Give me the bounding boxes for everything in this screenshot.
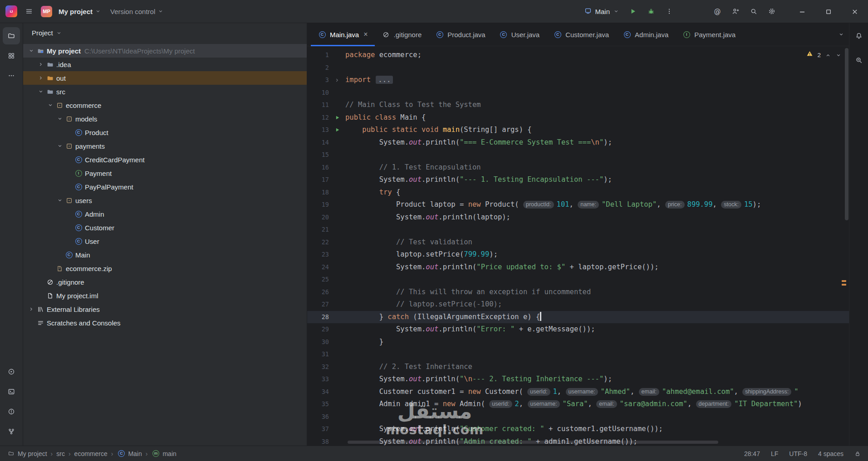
line-number[interactable]: 19 [307, 199, 329, 211]
code-line-27[interactable]: 27 // laptop.setPrice(-100); [307, 298, 849, 311]
tree-item-admin[interactable]: CAdmin [23, 207, 307, 221]
line-separator[interactable]: LF [771, 450, 778, 457]
commit-tool-button[interactable] [3, 47, 20, 64]
tree-item-idea[interactable]: .idea [23, 58, 307, 71]
code-line-35[interactable]: 35 Admin admin1 = new Admin( userId:2, u… [307, 398, 849, 411]
line-number[interactable]: 16 [307, 161, 329, 174]
breadcrumb-item-src[interactable]: src [56, 450, 65, 457]
next-problem-button[interactable] [835, 52, 842, 58]
line-number[interactable]: 13 [307, 124, 329, 136]
run-gutter-icon[interactable] [329, 112, 345, 124]
line-number[interactable]: 3 [307, 74, 329, 87]
tab-main-java[interactable]: CMain.java× [311, 23, 375, 46]
line-number[interactable]: 33 [307, 373, 329, 386]
code-line-34[interactable]: 34 Customer customer1 = new Customer( us… [307, 386, 849, 398]
tree-item-ecommerce[interactable]: ecommerce [23, 98, 307, 112]
main-menu-button[interactable] [21, 3, 37, 19]
code-line-3[interactable]: 3import ... [307, 74, 849, 87]
code-line-28[interactable]: 28 } catch (IllegalArgumentException e) … [307, 311, 849, 324]
code-line-26[interactable]: 26 // This will throw an exception if un… [307, 286, 849, 299]
tree-chevron-icon[interactable] [27, 306, 36, 312]
line-number[interactable]: 26 [307, 286, 329, 299]
line-number[interactable]: 32 [307, 361, 329, 374]
tab-payment-java[interactable]: IPayment.java [675, 23, 742, 46]
indent-setting[interactable]: 4 spaces [818, 450, 843, 457]
line-number[interactable]: 37 [307, 423, 329, 436]
tree-item-src[interactable]: src [23, 85, 307, 98]
run-tool-button[interactable] [3, 363, 20, 380]
line-number[interactable]: 1 [307, 49, 329, 62]
code-line-23[interactable]: 23 laptop.setPrice(799.99); [307, 248, 849, 261]
inspections-widget[interactable]: 2 [806, 49, 842, 62]
line-number[interactable]: 29 [307, 323, 329, 336]
code-line-16[interactable]: 16 // 1. Test Encapsulation [307, 161, 849, 174]
line-number[interactable]: 28 [307, 311, 329, 324]
horizontal-scrollbar[interactable] [348, 441, 718, 444]
tree-item-paypalpayment[interactable]: CPayPalPayment [23, 180, 307, 194]
tree-item-users[interactable]: users [23, 194, 307, 207]
notifications-button[interactable] [852, 29, 866, 43]
line-number[interactable]: 12 [307, 112, 329, 124]
breadcrumb-item-ecommerce[interactable]: ecommerce [74, 450, 108, 457]
line-number[interactable]: 25 [307, 273, 329, 286]
code-line-33[interactable]: 33 System.out.println("\n--- 2. Testing … [307, 373, 849, 386]
code-line-36[interactable]: 36 [307, 411, 849, 423]
code-line-14[interactable]: 14 System.out.println("=== E-Commerce Sy… [307, 136, 849, 149]
tree-item-payment[interactable]: IPayment [23, 166, 307, 180]
line-number[interactable]: 14 [307, 136, 329, 149]
code-line-10[interactable]: 10 [307, 87, 849, 99]
code-line-2[interactable]: 2 [307, 62, 849, 74]
line-number[interactable]: 15 [307, 149, 329, 161]
line-number[interactable]: 17 [307, 174, 329, 186]
code-line-19[interactable]: 19 Product laptop = new Product( product… [307, 199, 849, 211]
tabs-dropdown-button[interactable] [834, 31, 849, 38]
tree-chevron-icon[interactable] [55, 116, 64, 122]
tab-product-java[interactable]: CProduct.java [428, 23, 492, 46]
warning-stripe-mark[interactable] [842, 280, 846, 282]
tree-chevron-icon[interactable] [36, 61, 45, 68]
code-line-37[interactable]: 37 System.out.println("Customer created:… [307, 423, 849, 436]
more-tools-button[interactable] [3, 67, 20, 84]
code-line-31[interactable]: 31 [307, 348, 849, 361]
version-control-tool-button[interactable] [3, 423, 20, 440]
problems-tool-button[interactable] [3, 403, 20, 420]
line-number[interactable]: 24 [307, 261, 329, 274]
terminal-tool-button[interactable] [3, 383, 20, 400]
warning-stripe-mark[interactable] [842, 284, 846, 286]
line-number[interactable]: 2 [307, 62, 329, 74]
tree-item-user[interactable]: CUser [23, 234, 307, 248]
code-line-29[interactable]: 29 System.out.println("Error: " + e.getM… [307, 323, 849, 336]
code-line-25[interactable]: 25 [307, 273, 849, 286]
code-line-11[interactable]: 11// Main Class to Test the System [307, 99, 849, 112]
tree-chevron-icon[interactable] [46, 102, 55, 108]
close-button[interactable] [842, 0, 868, 23]
vertical-scrollbar[interactable] [845, 48, 848, 220]
tab-customer-java[interactable]: CCustomer.java [546, 23, 616, 46]
tree-item-gitignore[interactable]: .gitignore [23, 275, 307, 289]
tree-item-payments[interactable]: payments [23, 139, 307, 153]
code-line-24[interactable]: 24 System.out.println("Price updated to:… [307, 261, 849, 274]
tree-item-my-project[interactable]: My projectC:\Users\NT\IdeaProjects\My pr… [23, 44, 307, 58]
tree-item-models[interactable]: models [23, 112, 307, 126]
line-number[interactable]: 18 [307, 186, 329, 199]
ai-assistant-button[interactable]: @ [708, 3, 726, 19]
tree-chevron-icon[interactable] [55, 143, 64, 149]
line-number[interactable]: 27 [307, 298, 329, 311]
run-gutter-icon[interactable] [329, 124, 345, 136]
find-tool-button[interactable] [852, 53, 866, 68]
tree-item-creditcardpayment[interactable]: CCreditCardPayment [23, 153, 307, 166]
run-config-widget[interactable]: Main [580, 3, 624, 19]
readonly-lock[interactable] [854, 451, 861, 457]
tree-item-product[interactable]: CProduct [23, 126, 307, 139]
breadcrumb-item-main[interactable]: CMain [117, 450, 142, 457]
code-line-20[interactable]: 20 System.out.println(laptop); [307, 211, 849, 224]
debug-button[interactable] [642, 3, 660, 19]
minimize-button[interactable] [789, 0, 815, 23]
tree-chevron-icon[interactable] [36, 88, 45, 95]
code-line-15[interactable]: 15 [307, 149, 849, 161]
code-line-32[interactable]: 32 // 2. Test Inheritance [307, 361, 849, 374]
code-line-17[interactable]: 17 System.out.println("--- 1. Testing En… [307, 174, 849, 186]
line-number[interactable]: 11 [307, 99, 329, 112]
run-button[interactable] [624, 3, 642, 19]
project-panel-header[interactable]: Project [23, 23, 307, 39]
